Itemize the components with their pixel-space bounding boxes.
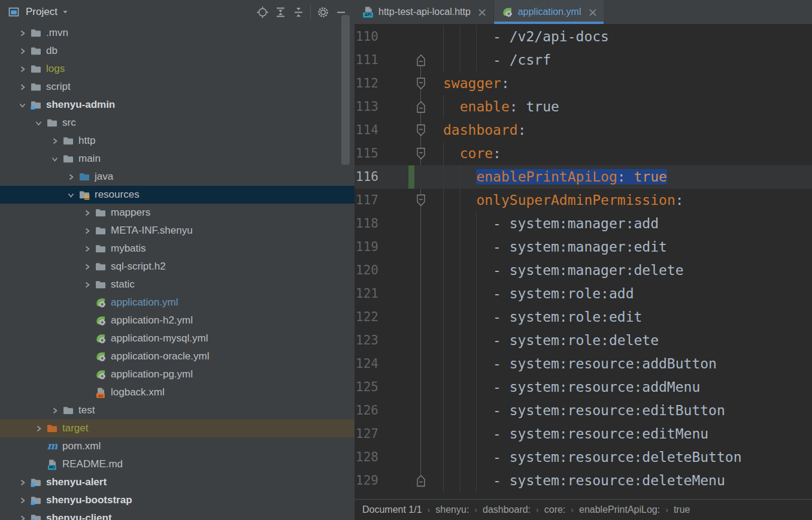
expand-all-icon[interactable] [271, 3, 289, 21]
chevron-right-icon[interactable] [48, 407, 61, 415]
code-line-120[interactable]: 120 - system:manager:delete [355, 259, 812, 282]
tree-item-mybatis[interactable]: mybatis [0, 240, 355, 258]
code-line-117[interactable]: 117 onlySuperAdminPermission: [355, 189, 812, 212]
code-text: - system:role:edit [443, 306, 642, 329]
code-line-113[interactable]: 113 enable: true [355, 95, 812, 119]
tool-window-title[interactable]: Project [26, 6, 57, 18]
locate-icon[interactable] [253, 3, 271, 21]
tree-item-resources[interactable]: resources [0, 186, 355, 204]
fold-up-icon[interactable] [416, 101, 426, 113]
code-line-124[interactable]: 124 - system:resource:addButton [355, 352, 812, 376]
tree-item-logback-xml[interactable]: <>logback.xml [0, 383, 355, 401]
collapse-all-icon[interactable] [289, 3, 307, 21]
chevron-right-icon[interactable] [80, 245, 93, 253]
tree-item-shenyu-alert[interactable]: shenyu-alert [0, 473, 355, 491]
line-number: 121 [355, 282, 378, 306]
code-line-112[interactable]: 112swagger: [355, 72, 812, 95]
chevron-right-icon[interactable] [16, 65, 29, 73]
chevron-right-icon[interactable] [80, 263, 93, 271]
chevron-down-icon[interactable] [32, 119, 45, 127]
chevron-down-icon[interactable] [62, 8, 69, 16]
tree-item-application-yml[interactable]: application.yml [0, 294, 355, 312]
code-editor[interactable]: 110 - /v2/api-docs111 - /csrf112swagger:… [355, 24, 812, 499]
code-line-128[interactable]: 128 - system:resource:deleteButton [355, 446, 812, 469]
chevron-right-icon[interactable] [80, 227, 93, 235]
tree-item--mvn[interactable]: .mvn [0, 24, 355, 42]
tree-item-shenyu-admin[interactable]: shenyu-admin [0, 96, 355, 114]
chevron-down-icon[interactable] [16, 101, 29, 109]
excluded-folder-icon [45, 424, 59, 433]
close-icon[interactable]: × [477, 6, 487, 18]
code-line-129[interactable]: 129 - system:resource:deleteMenu [355, 469, 812, 492]
chevron-right-icon[interactable] [80, 209, 93, 217]
tree-item-shenyu-client[interactable]: shenyu-client [0, 509, 355, 520]
tree-item-shenyu-bootstrap[interactable]: shenyu-bootstrap [0, 491, 355, 509]
chevron-down-icon[interactable] [48, 155, 61, 163]
code-token: onlySuperAdminPermission [476, 192, 675, 208]
tree-item-test[interactable]: test [0, 401, 355, 419]
code-line-114[interactable]: 114dashboard: [355, 119, 812, 142]
tree-item-pom-xml[interactable]: mpom.xml [0, 437, 355, 455]
tree-item-mappers[interactable]: mappers [0, 204, 355, 222]
breadcrumb-item-4[interactable]: enablePrintApiLog: [577, 504, 662, 515]
tree-item-sql-script-h2[interactable]: sql-script.h2 [0, 258, 355, 276]
tree-item-main[interactable]: main [0, 150, 355, 168]
fold-down-icon[interactable] [416, 194, 426, 207]
code-line-111[interactable]: 111 - /csrf [355, 49, 812, 72]
fold-down-icon[interactable] [416, 124, 426, 137]
code-line-121[interactable]: 121 - system:role:add [355, 282, 812, 306]
tree-item-logs[interactable]: logs [0, 60, 355, 78]
tree-item-readme-md[interactable]: MDREADME.md [0, 455, 355, 473]
fold-down-icon[interactable] [416, 147, 426, 160]
chevron-right-icon[interactable] [80, 281, 93, 289]
code-line-127[interactable]: 127 - system:resource:editMenu [355, 422, 812, 446]
chevron-right-icon[interactable] [16, 515, 29, 520]
fold-up-icon[interactable] [416, 54, 426, 66]
breadcrumb-item-3[interactable]: core: [543, 504, 568, 515]
breadcrumb-item-0[interactable]: Document 1/1 [360, 504, 424, 515]
code-line-123[interactable]: 123 - system:role:delete [355, 329, 812, 352]
code-line-115[interactable]: 115 core: [355, 142, 812, 165]
chevron-right-icon[interactable] [16, 47, 29, 55]
chevron-right-icon[interactable] [64, 173, 77, 181]
tree-item-target[interactable]: target [0, 419, 355, 437]
breadcrumb-item-5[interactable]: true [672, 504, 692, 515]
chevron-right-icon[interactable] [16, 497, 29, 504]
tree-item-application-mysql-yml[interactable]: application-mysql.yml [0, 329, 355, 347]
tree-item-http[interactable]: http [0, 132, 355, 150]
tree-item-application-h2-yml[interactable]: application-h2.yml [0, 312, 355, 329]
tree-item-script[interactable]: script [0, 78, 355, 96]
fold-up-icon[interactable] [416, 474, 426, 487]
line-number: 112 [355, 72, 378, 95]
tree-item-java[interactable]: java [0, 168, 355, 186]
tree-item-db[interactable]: db [0, 42, 355, 60]
chevron-right-icon[interactable] [16, 479, 29, 486]
breadcrumb-item-2[interactable]: dashboard: [481, 504, 532, 515]
settings-icon[interactable] [314, 3, 332, 21]
chevron-right-icon[interactable] [16, 29, 29, 37]
tree-item-application-oracle-yml[interactable]: application-oracle.yml [0, 347, 355, 365]
breadcrumb-item-1[interactable]: shenyu: [434, 504, 471, 515]
chevron-right-icon[interactable] [48, 137, 61, 145]
tab-application-yml[interactable]: application.yml× [494, 0, 604, 24]
code-line-118[interactable]: 118 - system:manager:add [355, 212, 812, 235]
code-line-125[interactable]: 125 - system:resource:addMenu [355, 376, 812, 399]
chevron-right-icon[interactable] [32, 425, 45, 433]
code-line-122[interactable]: 122 - system:role:edit [355, 306, 812, 329]
chevron-right-icon[interactable] [16, 83, 29, 91]
chevron-down-icon[interactable] [64, 191, 77, 199]
tree-item-meta-inf-shenyu[interactable]: META-INF.shenyu [0, 222, 355, 240]
tree-item-label: META-INF.shenyu [111, 225, 193, 237]
tree-item-src[interactable]: src [0, 114, 355, 132]
code-line-119[interactable]: 119 - system:manager:edit [355, 235, 812, 259]
tree-item-application-pg-yml[interactable]: application-pg.yml [0, 365, 355, 383]
fold-down-icon[interactable] [416, 77, 426, 90]
code-line-116[interactable]: 116 enablePrintApiLog: true [355, 165, 812, 189]
tree-item-static[interactable]: static [0, 276, 355, 294]
tree-scrollbar[interactable] [341, 15, 350, 165]
tree-item-label: application-h2.yml [111, 315, 193, 326]
tab-http-test-api-local-http[interactable]: APIhttp-test-api-local.http× [355, 0, 494, 24]
close-icon[interactable]: × [587, 6, 598, 18]
code-line-126[interactable]: 126 - system:resource:editButton [355, 399, 812, 422]
code-line-110[interactable]: 110 - /v2/api-docs [355, 25, 812, 49]
